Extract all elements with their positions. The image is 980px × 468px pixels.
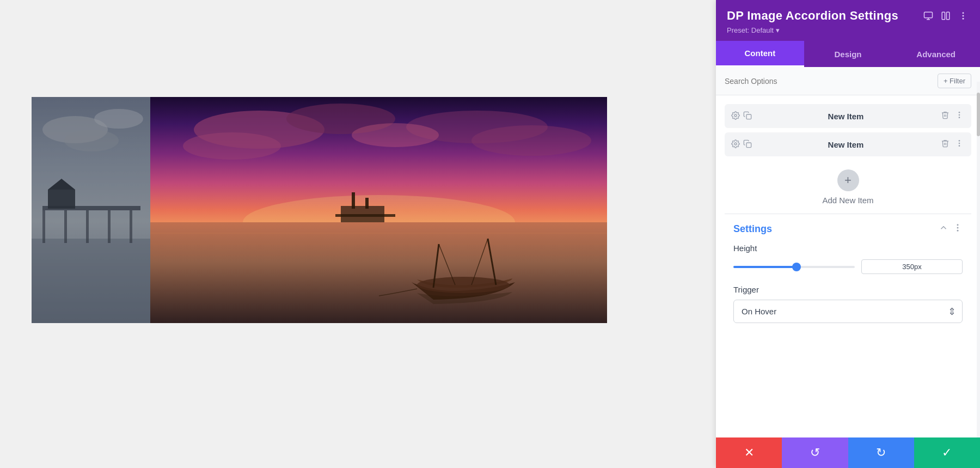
delete-item-btn[interactable] xyxy=(940,110,951,123)
svg-point-52 xyxy=(957,224,959,226)
svg-point-11 xyxy=(94,109,143,129)
save-button[interactable]: ✓ xyxy=(914,437,980,468)
svg-rect-48 xyxy=(746,143,751,148)
svg-rect-21 xyxy=(150,222,607,323)
trigger-select[interactable]: On Hover On Click xyxy=(733,300,963,323)
preset-arrow: ▾ xyxy=(776,26,780,34)
settings-header-icons xyxy=(939,223,963,235)
svg-point-17 xyxy=(183,132,281,160)
svg-rect-43 xyxy=(746,114,751,119)
header-top: DP Image Accordion Settings xyxy=(727,9,969,23)
copy-icon[interactable] xyxy=(743,111,752,121)
svg-rect-26 xyxy=(352,192,355,209)
tabs-bar: Content Design Advanced xyxy=(716,41,980,67)
item-row-left-icons xyxy=(731,111,752,121)
add-plus-sign: + xyxy=(844,173,852,187)
item-row: New Item xyxy=(725,104,971,128)
item-more-btn[interactable] xyxy=(954,110,965,123)
sidebar-title: DP Image Accordion Settings xyxy=(727,9,898,23)
columns-icon-btn[interactable] xyxy=(940,10,952,22)
screen-icon-btn[interactable] xyxy=(922,10,934,22)
filter-button[interactable]: + Filter xyxy=(938,74,971,88)
header-icons xyxy=(922,10,969,22)
gear-icon[interactable] xyxy=(731,139,740,150)
settings-more-btn[interactable] xyxy=(953,223,963,235)
cancel-button[interactable]: ✕ xyxy=(716,437,782,468)
svg-point-12 xyxy=(64,130,119,151)
collapse-settings-btn[interactable] xyxy=(939,223,948,235)
svg-rect-3 xyxy=(42,210,45,243)
settings-header: Settings xyxy=(733,223,963,235)
svg-point-46 xyxy=(959,117,960,118)
settings-section: Settings Height xyxy=(725,214,971,341)
svg-point-39 xyxy=(963,12,964,14)
add-circle-icon: + xyxy=(837,169,859,191)
svg-rect-4 xyxy=(64,210,67,243)
sidebar-content: New Item xyxy=(716,95,980,437)
settings-title: Settings xyxy=(733,223,772,235)
canvas-area xyxy=(0,0,716,468)
search-input[interactable] xyxy=(725,77,933,86)
svg-point-53 xyxy=(957,227,959,229)
add-new-item[interactable]: + Add New Item xyxy=(725,161,971,214)
search-bar: + Filter xyxy=(716,67,980,95)
svg-rect-8 xyxy=(48,190,75,209)
item-row-actions xyxy=(940,138,965,151)
height-value-input[interactable]: 350px xyxy=(861,259,963,274)
svg-rect-7 xyxy=(130,210,132,243)
panel-right-image xyxy=(150,97,607,323)
sidebar: DP Image Accordion Settings xyxy=(716,0,980,468)
undo-button[interactable]: ↺ xyxy=(782,437,848,468)
preset-label: Preset: Default xyxy=(727,26,774,34)
svg-rect-27 xyxy=(365,198,369,209)
more-options-btn[interactable] xyxy=(957,10,969,22)
svg-point-54 xyxy=(957,230,959,232)
item-label: New Item xyxy=(756,140,935,149)
item-label: New Item xyxy=(756,112,935,121)
svg-rect-5 xyxy=(86,210,89,243)
svg-rect-34 xyxy=(924,12,933,18)
svg-point-19 xyxy=(352,123,439,147)
height-label: Height xyxy=(733,244,963,253)
svg-rect-37 xyxy=(942,12,945,20)
image-accordion xyxy=(32,97,607,323)
sidebar-header: DP Image Accordion Settings xyxy=(716,0,980,41)
item-row-left-icons xyxy=(731,139,752,150)
preset-row[interactable]: Preset: Default ▾ xyxy=(727,26,969,34)
gear-icon[interactable] xyxy=(731,111,740,121)
redo-button[interactable]: ↻ xyxy=(848,437,914,468)
trigger-select-wrapper: On Hover On Click ⇕ xyxy=(733,300,963,323)
height-slider-track[interactable] xyxy=(733,266,855,268)
accordion-panel-left xyxy=(32,97,150,323)
svg-point-41 xyxy=(963,18,964,20)
item-more-btn[interactable] xyxy=(954,138,965,151)
svg-point-51 xyxy=(959,145,960,147)
svg-point-40 xyxy=(963,15,964,17)
scrollbar-track xyxy=(977,82,980,437)
bottom-toolbar: ✕ ↺ ↻ ✓ xyxy=(716,437,980,468)
tab-design[interactable]: Design xyxy=(804,41,892,67)
svg-point-44 xyxy=(959,112,960,113)
height-slider-row: 350px xyxy=(733,259,963,274)
svg-point-49 xyxy=(959,140,960,142)
panel-left-image xyxy=(32,97,150,323)
add-new-label: Add New Item xyxy=(822,196,873,205)
svg-rect-28 xyxy=(335,214,395,217)
svg-rect-1 xyxy=(32,239,150,323)
trigger-label: Trigger xyxy=(733,285,963,294)
item-row: New Item xyxy=(725,132,971,156)
tab-advanced[interactable]: Advanced xyxy=(892,41,980,67)
item-row-actions xyxy=(940,110,965,123)
slider-thumb[interactable] xyxy=(792,263,801,271)
accordion-panel-right xyxy=(150,97,607,323)
tab-content[interactable]: Content xyxy=(716,41,804,67)
svg-point-47 xyxy=(734,143,737,145)
svg-rect-38 xyxy=(947,12,950,20)
svg-point-45 xyxy=(959,114,960,116)
delete-item-btn[interactable] xyxy=(940,138,951,151)
scrollbar-thumb[interactable] xyxy=(977,93,980,136)
slider-fill xyxy=(733,266,797,268)
svg-point-18 xyxy=(471,125,591,156)
height-control-group: Height 350px xyxy=(733,244,963,274)
copy-icon[interactable] xyxy=(743,139,752,150)
